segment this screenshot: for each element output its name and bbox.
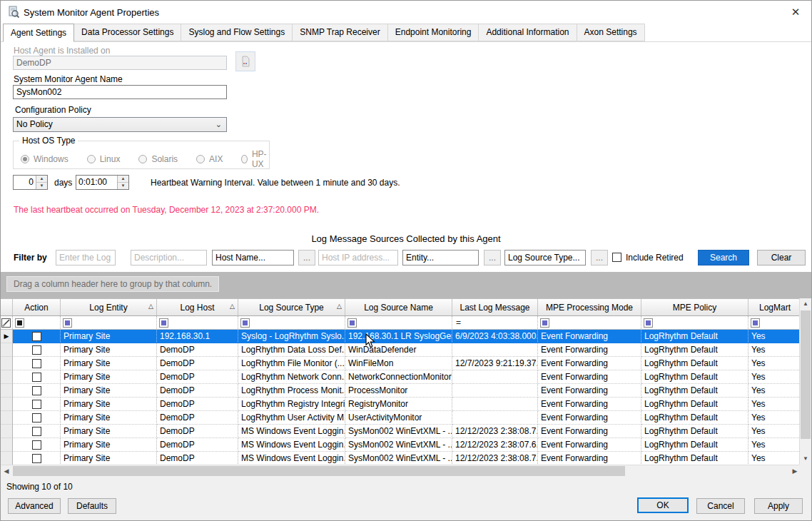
grid-cell-mpe-policy[interactable]: LogRhythm Default [641,425,748,438]
grid-cell-last-log-message[interactable] [452,384,538,398]
cancel-button[interactable]: Cancel [696,498,745,514]
stepper-arrows-icon[interactable]: ▲▼ [36,176,47,189]
vertical-scrollbar-thumb[interactable] [801,310,811,439]
table-row[interactable]: Primary SiteDemoDPLogRhythm Registry Int… [1,398,801,411]
filter-cell-log-source-type[interactable] [238,316,345,329]
grid-cell-mpe-processing-mode[interactable]: Event Forwarding [538,425,641,438]
entity-browse-button[interactable]: ... [484,250,501,265]
radio-hpux[interactable]: HP-UX [241,149,269,169]
grid-cell-log-entity[interactable]: Primary Site [61,330,157,343]
grid-cell-log-entity[interactable]: Primary Site [61,425,157,438]
grid-cell-last-log-message[interactable] [452,411,538,425]
grid-cell-log-host[interactable]: DemoDP [157,452,238,465]
filter-cell-last-log-message[interactable]: = [452,316,538,329]
stepper-arrows-icon[interactable]: ▲▼ [117,176,128,189]
grid-cell-log-source-name[interactable]: WinDataDefender [345,343,452,357]
grid-cell-log-source-name[interactable]: WinFileMon [345,357,452,370]
column-header-last-log-message[interactable]: Last Log Message [452,299,538,315]
grid-cell-log-entity[interactable]: Primary Site [61,452,157,465]
row-checkbox[interactable] [32,413,41,423]
action-cell[interactable] [13,425,61,438]
row-checkbox[interactable] [32,359,41,368]
grid-cell-logmart[interactable]: Yes [748,452,801,465]
description-filter-input[interactable] [131,250,207,265]
grid-cell-log-host[interactable]: DemoDP [157,425,238,438]
filter-checkbox-icon[interactable] [347,318,357,328]
grid-cell-mpe-policy[interactable]: LogRhythm Default [641,438,748,452]
grid-cell-log-source-name[interactable]: UserActivityMonitor [345,411,452,425]
group-by-bar[interactable]: Drag a column header here to group by th… [1,272,811,298]
action-cell[interactable] [13,452,61,465]
grid-cell-log-entity[interactable]: Primary Site [61,357,157,370]
row-checkbox[interactable] [32,427,41,436]
radio-solaris[interactable]: Solaris [138,149,178,169]
agent-name-input[interactable] [13,85,227,99]
action-cell[interactable] [13,384,61,398]
tab-agent-settings[interactable]: Agent Settings [3,24,74,42]
column-header-action[interactable]: Action [13,299,61,315]
grid-cell-log-source-type[interactable]: Syslog - LogRhythm Syslo... [238,330,345,343]
action-cell[interactable] [13,411,61,425]
grid-cell-last-log-message[interactable]: 12/12/2023 2:38:08.7... [452,425,538,438]
grid-cell-logmart[interactable]: Yes [748,330,801,343]
horizontal-scrollbar[interactable]: ◀ ▶ [1,465,801,477]
grid-cell-logmart[interactable]: Yes [748,438,801,452]
grid-cell-log-source-type[interactable]: LogRhythm Process Monit... [238,384,345,398]
grid-cell-log-host[interactable]: DemoDP [157,370,238,384]
clear-button[interactable]: Clear [757,250,806,265]
row-checkbox[interactable] [32,345,41,355]
table-row[interactable]: Primary SiteDemoDPLogRhythm File Monitor… [1,357,801,370]
equals-filter-icon[interactable]: = [455,318,461,328]
grid-cell-mpe-processing-mode[interactable]: Event Forwarding [538,343,641,357]
action-cell[interactable] [13,398,61,411]
entity-filter-input[interactable] [402,250,479,265]
table-row[interactable]: Primary SiteDemoDPMS Windows Event Loggi… [1,452,801,465]
knowledge-base-button[interactable] [235,51,255,71]
advanced-button[interactable]: Advanced [8,498,61,514]
grid-cell-mpe-policy[interactable]: LogRhythm Default [641,452,748,465]
include-retired-checkbox[interactable] [612,253,621,262]
tab-snmp-trap-receiver[interactable]: SNMP Trap Receiver [292,24,387,41]
column-header-log-host[interactable]: Log Host△ [157,299,238,315]
grid-cell-log-source-type[interactable]: LogRhythm Registry Integri... [238,398,345,411]
column-header-mpe-policy[interactable]: MPE Policy [641,299,748,315]
row-checkbox[interactable] [32,454,41,463]
grid-cell-log-source-name[interactable]: RegistryMonitor [345,398,452,411]
grid-cell-logmart[interactable]: Yes [748,370,801,384]
radio-linux[interactable]: Linux [87,149,121,169]
grid-cell-log-source-type[interactable]: LogRhythm Data Loss Def... [238,343,345,357]
host-name-browse-button[interactable]: ... [298,250,315,265]
grid-cell-last-log-message[interactable] [452,398,538,411]
edit-filter-cell[interactable] [1,316,13,329]
radio-aix[interactable]: AIX [196,149,223,169]
tab-axon-settings[interactable]: Axon Settings [577,24,645,41]
grid-cell-log-host[interactable]: DemoDP [157,438,238,452]
grid-cell-log-entity[interactable]: Primary Site [61,398,157,411]
row-checkbox[interactable] [32,386,41,395]
radio-windows[interactable]: Windows [21,149,68,169]
filter-checkbox-icon[interactable] [751,318,760,328]
grid-cell-mpe-policy[interactable]: LogRhythm Default [641,343,748,357]
grid-cell-logmart[interactable]: Yes [748,398,801,411]
tab-syslog-and-flow-settings[interactable]: Syslog and Flow Settings [181,24,293,41]
filter-cell-mpe-policy[interactable] [641,316,748,329]
grid-cell-log-entity[interactable]: Primary Site [61,343,157,357]
filter-checkbox-icon[interactable] [240,318,250,328]
apply-button[interactable]: Apply [754,498,803,514]
grid-cell-log-source-name[interactable]: SysMon002 WinEvtXML - ... [345,425,452,438]
grid-cell-log-entity[interactable]: Primary Site [61,384,157,398]
grid-cell-last-log-message[interactable]: 12/7/2023 9:21:19.37... [452,357,538,370]
grid-cell-log-host[interactable]: DemoDP [157,343,238,357]
grid-cell-logmart[interactable]: Yes [748,425,801,438]
interval-stepper[interactable]: 0:01:00 ▲▼ [76,175,129,190]
column-header-log-source-name[interactable]: Log Source Name [345,299,452,315]
grid-cell-log-source-type[interactable]: MS Windows Event Loggin... [238,438,345,452]
grid-cell-mpe-processing-mode[interactable]: Event Forwarding [538,452,641,465]
grid-cell-mpe-processing-mode[interactable]: Event Forwarding [538,411,641,425]
log-source-type-browse-button[interactable]: ... [591,250,608,265]
host-name-filter-input[interactable] [212,250,294,265]
grid-cell-mpe-policy[interactable]: LogRhythm Default [641,370,748,384]
action-cell[interactable] [13,438,61,452]
grid-cell-log-source-name[interactable]: SysMon002 WinEvtXML - ... [345,452,452,465]
ok-button[interactable]: OK [637,497,689,513]
